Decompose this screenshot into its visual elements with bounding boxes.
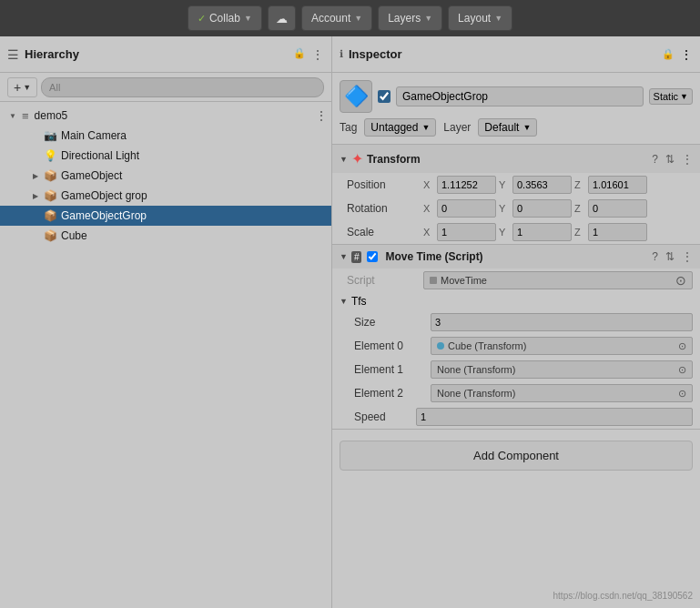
layers-label: Layers	[388, 12, 421, 25]
layout-button[interactable]: Layout ▼	[448, 5, 512, 31]
demo5-label: demo5	[35, 109, 68, 122]
rotation-fields: X Y Z	[423, 199, 693, 218]
transform-icon: ✦	[351, 150, 363, 167]
position-x-label: X	[423, 179, 434, 190]
add-component-button[interactable]: Add Component	[340, 441, 693, 471]
scale-row: Scale X Y Z	[332, 220, 700, 244]
script-select-icon[interactable]: ⊙	[675, 273, 686, 288]
script-hash-icon: #	[351, 251, 362, 263]
go-name-row: 🔷 Static ▼	[340, 80, 693, 113]
inspector-panel: ℹ Inspector 🔒 ⋮ 🔷 Static ▼	[332, 36, 700, 608]
element0-value: Cube (Transform) ⊙	[431, 337, 693, 355]
script-section: ▼ # Move Time (Script) ? ⇅ ⋮ Script M	[332, 245, 700, 430]
element0-select-icon[interactable]: ⊙	[678, 340, 686, 352]
gameobject-grop-icon: 📦	[44, 189, 57, 202]
inspector-header: ℹ Inspector 🔒 ⋮	[332, 36, 700, 73]
hierarchy-add-button[interactable]: + ▼	[7, 77, 37, 97]
script-menu-icon[interactable]: ⋮	[682, 250, 693, 263]
hierarchy-options-icon: ⋮	[311, 47, 324, 62]
layout-label: Layout	[458, 12, 491, 25]
tag-dropdown[interactable]: Untagged ▼	[364, 118, 436, 137]
hierarchy-search-input[interactable]	[41, 77, 324, 97]
script-active-checkbox[interactable]	[367, 251, 378, 262]
transform-settings-icon[interactable]: ⇅	[665, 153, 675, 166]
script-help-icon[interactable]: ?	[652, 250, 658, 263]
static-label: Static	[654, 91, 679, 102]
inspector-body: 🔷 Static ▼ Tag Untagged ▼ Layer	[332, 73, 700, 608]
element2-select-icon[interactable]: ⊙	[678, 388, 686, 400]
speed-row: Speed	[332, 405, 700, 429]
script-settings-icon[interactable]: ⇅	[665, 250, 675, 263]
scale-x-label: X	[423, 227, 434, 238]
tree-item-cube[interactable]: 📦 Cube	[0, 226, 331, 246]
script-section-header[interactable]: ▼ # Move Time (Script) ? ⇅ ⋮	[332, 245, 700, 269]
tree-item-directional-light[interactable]: 💡 Directional Light	[0, 146, 331, 166]
transform-help-icon[interactable]: ?	[652, 153, 658, 166]
script-dot-icon	[430, 277, 437, 284]
add-arrow-icon: ▼	[23, 83, 31, 92]
cube-icon: 📦	[44, 229, 57, 242]
cube-label: Cube	[61, 229, 87, 242]
tree-item-demo5[interactable]: ▼ ≡ demo5 ⋮	[0, 106, 331, 126]
element1-select-icon[interactable]: ⊙	[678, 364, 686, 376]
element0-row: Element 0 Cube (Transform) ⊙	[332, 334, 700, 358]
hierarchy-panel: ☰ Hierarchy 🔒 ⋮ + ▼ ▼ ≡ demo5	[0, 36, 332, 608]
account-button[interactable]: Account ▼	[301, 5, 372, 31]
gameobjectgrop-label: GameObjectGrop	[61, 209, 147, 222]
collab-button[interactable]: ✓ Collab ▼	[188, 5, 262, 31]
directional-light-label: Directional Light	[61, 149, 139, 162]
position-y-label: Y	[499, 179, 510, 190]
demo5-options-icon[interactable]: ⋮	[315, 108, 328, 123]
speed-label: Speed	[340, 410, 412, 423]
position-x-input[interactable]	[437, 176, 496, 194]
gameobject-label: GameObject	[61, 169, 122, 182]
script-title: Move Time (Script)	[385, 250, 648, 263]
inspector-options-icon: ⋮	[680, 47, 693, 62]
transform-section: ▼ ✦ Transform ? ⇅ ⋮ Position X Y	[332, 145, 700, 245]
transform-section-header[interactable]: ▼ ✦ Transform ? ⇅ ⋮	[332, 145, 700, 173]
element1-label: Element 1	[354, 363, 427, 376]
layout-arrow-icon: ▼	[494, 14, 502, 23]
rotation-x-label: X	[423, 203, 434, 214]
script-row: Script MoveTime ⊙	[332, 269, 700, 292]
go-3d-icon: 🔷	[344, 85, 369, 108]
tfs-expand-icon: ▼	[340, 297, 348, 306]
go-name-input[interactable]	[396, 86, 644, 106]
static-button[interactable]: Static ▼	[649, 88, 693, 105]
position-fields: X Y Z	[423, 176, 693, 194]
plus-icon: +	[14, 80, 21, 95]
layer-value: Default	[484, 121, 519, 134]
position-z-input[interactable]	[588, 176, 647, 194]
scale-x-input[interactable]	[437, 223, 496, 241]
tree-item-gameobjectgrop[interactable]: 📦 GameObjectGrop	[0, 206, 331, 226]
rotation-z-input[interactable]	[588, 199, 647, 218]
element2-value: None (Transform) ⊙	[431, 384, 693, 402]
gameobject-expand-icon: ▶	[33, 172, 44, 180]
rotation-x-input[interactable]	[437, 199, 496, 218]
position-y-input[interactable]	[512, 176, 572, 194]
layer-dropdown[interactable]: Default ▼	[478, 118, 537, 137]
transform-menu-icon[interactable]: ⋮	[682, 153, 693, 166]
tree-item-gameobject-grop[interactable]: ▶ 📦 GameObject grop	[0, 186, 331, 206]
go-active-checkbox[interactable]	[378, 90, 391, 103]
gameobject-icon: 📦	[44, 169, 57, 182]
element1-text: None (Transform)	[437, 364, 515, 375]
scale-y-input[interactable]	[512, 223, 572, 241]
layers-button[interactable]: Layers ▼	[378, 5, 442, 31]
position-label: Position	[347, 178, 420, 191]
gameobject-grop-expand-icon: ▶	[33, 192, 44, 200]
tree-item-main-camera[interactable]: 📷 Main Camera	[0, 126, 331, 146]
size-input[interactable]	[431, 313, 693, 331]
tree-item-gameobject[interactable]: ▶ 📦 GameObject	[0, 166, 331, 186]
scale-z-input[interactable]	[588, 223, 647, 241]
go-icon-box: 🔷	[340, 80, 372, 113]
script-actions: ? ⇅ ⋮	[652, 250, 693, 263]
gameobjectgrop-icon: 📦	[44, 209, 57, 222]
layer-label: Layer	[443, 121, 471, 134]
speed-input[interactable]	[416, 408, 693, 426]
tag-value: Untagged	[370, 121, 418, 134]
cloud-button[interactable]: ☁	[268, 5, 296, 31]
scale-label: Scale	[347, 226, 420, 238]
rotation-y-input[interactable]	[512, 199, 572, 218]
element0-label: Element 0	[354, 339, 427, 352]
